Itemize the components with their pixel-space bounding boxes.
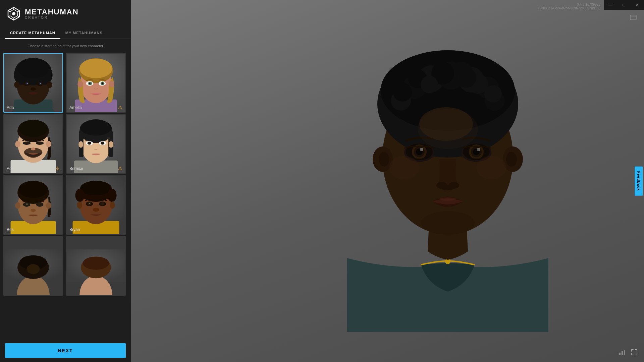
svg-point-129 (421, 76, 438, 93)
svg-point-71 (89, 142, 91, 144)
character-name-ada: Ada (7, 105, 14, 110)
svg-point-86 (31, 209, 36, 212)
svg-point-93 (75, 189, 84, 202)
character-name-bryan: Bryan (69, 227, 80, 232)
character-card-amelia[interactable]: Amelia ⚠ (66, 53, 126, 113)
character-face-bryan (67, 176, 125, 234)
svg-point-27 (31, 87, 36, 91)
svg-point-153 (389, 156, 419, 179)
character-name-bes: Bes (7, 227, 14, 232)
character-face-char7 (4, 237, 62, 295)
svg-point-18 (17, 59, 49, 78)
bottom-right-icons (618, 348, 639, 357)
character-face-bernice (67, 115, 125, 173)
svg-point-96 (110, 201, 115, 209)
tab-my-metahumans[interactable]: MY METAHUMANS (60, 27, 108, 39)
app-subtitle: CREATOR (25, 16, 79, 19)
svg-point-65 (78, 141, 83, 148)
warning-badge-amelia: ⚠ (118, 105, 122, 110)
character-card-bes[interactable]: Bes (3, 175, 63, 235)
build-id: 723b91c1-0c24-d2ba-339f-72b58970d806 (538, 6, 600, 10)
subtitle-text: Choose a starting point for your new cha… (0, 39, 131, 51)
character-name-aoi: Aoi (7, 166, 12, 171)
svg-point-66 (109, 141, 113, 148)
svg-point-151 (439, 197, 456, 201)
next-button-area: NEXT (0, 339, 131, 362)
character-face-ada (4, 54, 62, 112)
character-card-aoi[interactable]: Aoi ⚠ (3, 114, 63, 174)
svg-point-51 (46, 141, 51, 147)
svg-point-107 (26, 264, 40, 274)
next-button[interactable]: NEXT (5, 343, 126, 358)
svg-point-111 (83, 257, 109, 270)
logo-text: METAHUMAN CREATOR (25, 8, 79, 19)
fullscreen-icon[interactable] (630, 348, 639, 357)
svg-point-34 (77, 81, 83, 87)
svg-point-150 (441, 185, 454, 190)
tab-create-metahuman[interactable]: CREATE METAHUMAN (5, 27, 60, 39)
svg-point-126 (393, 83, 412, 102)
svg-point-154 (476, 156, 506, 179)
svg-point-127 (484, 85, 502, 103)
screenshot-icon[interactable] (629, 13, 637, 21)
character-face-amelia (67, 54, 125, 112)
svg-point-64 (80, 120, 112, 136)
title-bar: — □ ✕ (604, 0, 644, 10)
svg-point-133 (379, 152, 389, 167)
svg-point-79 (15, 202, 20, 209)
svg-point-147 (477, 148, 480, 151)
warning-badge-bernice: ⚠ (118, 166, 122, 171)
feedback-button[interactable]: Feedback (635, 167, 643, 196)
character-card-bernice[interactable]: Bernice ⚠ (66, 114, 126, 174)
character-card-bryan[interactable]: Bryan (66, 175, 126, 235)
svg-point-100 (101, 202, 105, 205)
character-name-amelia: Amelia (69, 105, 82, 110)
svg-rect-160 (624, 350, 625, 355)
svg-point-101 (89, 203, 90, 204)
character-name-bernice: Bernice (69, 166, 83, 171)
svg-point-94 (107, 189, 116, 202)
svg-point-25 (26, 83, 28, 84)
close-button[interactable]: ✕ (631, 0, 644, 10)
svg-point-26 (40, 83, 41, 84)
svg-point-41 (102, 82, 104, 84)
svg-point-80 (46, 202, 51, 209)
svg-point-95 (77, 201, 82, 209)
main-preview: — □ ✕ 0.4.0-16709725 723b91c1-0c24-d2ba-… (131, 0, 644, 362)
character-card-ada[interactable]: Ada (3, 53, 63, 113)
character-card-char7[interactable] (3, 236, 63, 296)
logo-icon (7, 7, 21, 21)
maximize-button[interactable]: □ (617, 0, 631, 10)
characters-grid: Ada (0, 51, 131, 339)
svg-point-55 (38, 142, 42, 144)
stats-icon[interactable] (618, 348, 627, 357)
svg-point-20 (47, 81, 52, 88)
svg-point-33 (79, 59, 112, 78)
logo-area: METAHUMAN CREATOR (0, 0, 131, 24)
svg-point-85 (26, 203, 28, 205)
svg-point-84 (38, 203, 42, 206)
preview-face-render (347, 30, 548, 332)
svg-point-35 (109, 81, 114, 87)
version-info: 0.4.0-16709725 723b91c1-0c24-d2ba-339f-7… (538, 3, 600, 10)
warning-badge-aoi: ⚠ (55, 166, 60, 171)
svg-point-141 (420, 148, 423, 151)
svg-point-134 (506, 152, 517, 167)
svg-point-72 (102, 142, 104, 144)
minimize-button[interactable]: — (604, 0, 617, 10)
svg-rect-158 (619, 353, 621, 355)
svg-point-42 (90, 83, 91, 84)
top-right-icon-area (629, 13, 637, 21)
character-face-bes (4, 176, 62, 234)
svg-rect-159 (622, 351, 623, 355)
svg-point-102 (93, 208, 99, 212)
tabs-bar: CREATE METAHUMAN MY METAHUMANS (0, 27, 131, 39)
svg-point-54 (24, 142, 29, 144)
svg-point-152 (421, 211, 475, 235)
svg-point-155 (418, 109, 478, 149)
svg-point-2 (12, 12, 15, 15)
svg-point-50 (15, 141, 20, 147)
character-card-char8[interactable] (66, 236, 126, 296)
svg-point-19 (14, 81, 19, 88)
svg-point-49 (18, 120, 48, 137)
